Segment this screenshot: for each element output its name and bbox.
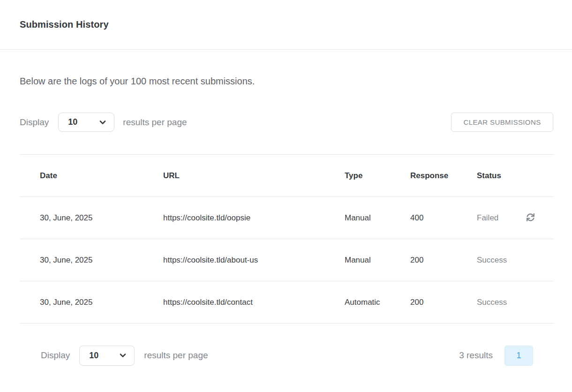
page-1-button[interactable]: 1 bbox=[504, 346, 533, 366]
display-label: Display bbox=[20, 117, 49, 128]
refresh-icon bbox=[527, 213, 534, 221]
per-page-value: 10 bbox=[68, 117, 77, 127]
row-type: Manual bbox=[345, 239, 410, 281]
column-header-actions bbox=[525, 155, 554, 197]
display-label: Display bbox=[41, 350, 70, 361]
chevron-down-icon bbox=[119, 352, 127, 359]
chevron-down-icon bbox=[99, 119, 106, 126]
page-title: Submission History bbox=[20, 19, 109, 30]
column-header-url: URL bbox=[163, 155, 345, 197]
per-page-select[interactable]: 10 bbox=[79, 346, 135, 366]
row-type: Manual bbox=[345, 197, 410, 239]
per-page-suffix: results per page bbox=[123, 117, 187, 128]
table-row: 30, June, 2025 https://coolsite.tld/oops… bbox=[20, 197, 554, 239]
row-status: Failed bbox=[477, 197, 525, 239]
clear-submissions-button[interactable]: CLEAR SUBMISSIONS bbox=[451, 113, 553, 132]
row-response: 400 bbox=[410, 197, 477, 239]
toolbar: Display 10 results per page CLEAR SUBMIS… bbox=[20, 113, 553, 132]
row-response: 200 bbox=[410, 239, 477, 281]
row-type: Automatic bbox=[345, 281, 410, 324]
row-url: https://coolsite.tld/contact bbox=[163, 281, 345, 324]
page-header: Submission History bbox=[0, 0, 572, 50]
row-date: 30, June, 2025 bbox=[20, 197, 163, 239]
row-date: 30, June, 2025 bbox=[20, 281, 163, 324]
per-page-suffix: results per page bbox=[144, 350, 208, 361]
row-response: 200 bbox=[410, 281, 477, 324]
per-page-value: 10 bbox=[89, 351, 98, 361]
row-status: Success bbox=[477, 281, 525, 324]
row-url: https://coolsite.tld/about-us bbox=[163, 239, 345, 281]
row-url: https://coolsite.tld/oopsie bbox=[163, 197, 345, 239]
column-header-response: Response bbox=[410, 155, 477, 197]
submissions-table: Date URL Type Response Status 30, June, … bbox=[20, 154, 554, 324]
per-page-select[interactable]: 10 bbox=[58, 113, 114, 132]
table-row: 30, June, 2025 https://coolsite.tld/cont… bbox=[20, 281, 554, 324]
table-header-row: Date URL Type Response Status bbox=[20, 155, 554, 197]
row-status: Success bbox=[477, 239, 525, 281]
row-date: 30, June, 2025 bbox=[20, 239, 163, 281]
table-row: 30, June, 2025 https://coolsite.tld/abou… bbox=[20, 239, 554, 281]
results-count: 3 results bbox=[459, 350, 493, 361]
pagination-bar: Display 10 results per page 3 results 1 bbox=[20, 345, 554, 366]
column-header-status: Status bbox=[477, 155, 525, 197]
retry-submission-button[interactable] bbox=[525, 212, 535, 222]
per-page-control-bottom: Display 10 results per page bbox=[41, 346, 208, 366]
pagination-pages: 3 results 1 bbox=[459, 346, 533, 366]
per-page-control-top: Display 10 results per page bbox=[20, 113, 187, 132]
table-body: 30, June, 2025 https://coolsite.tld/oops… bbox=[20, 197, 554, 324]
intro-text: Below are the logs of your 100 most rece… bbox=[20, 76, 552, 87]
column-header-date: Date bbox=[20, 155, 163, 197]
column-header-type: Type bbox=[345, 155, 410, 197]
